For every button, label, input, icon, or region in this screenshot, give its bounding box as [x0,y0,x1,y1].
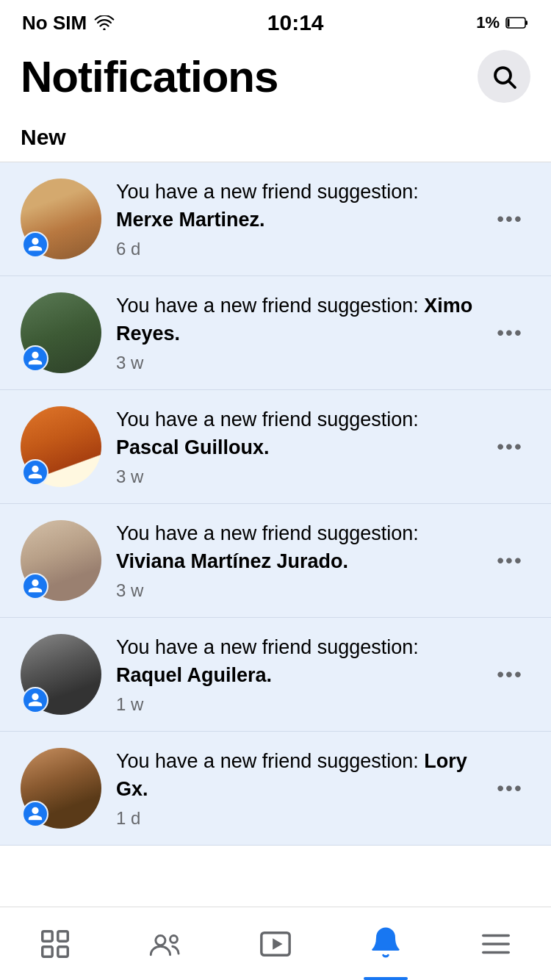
svg-rect-9 [58,946,68,956]
nav-item-feed[interactable] [0,907,110,980]
notification-text: You have a new friend suggestion: Vivian… [116,520,475,576]
friend-badge-icon [22,459,48,486]
list-item[interactable]: You have a new friend suggestion: Merxe … [0,162,551,276]
feed-icon [38,927,72,961]
notification-name: Pascal Guilloux. [116,436,270,458]
notification-name: Lory Gx. [116,750,467,800]
more-options-button[interactable]: ••• [489,540,530,581]
friend-badge-icon [22,231,48,258]
notification-name: Ximo Reyes. [116,295,472,345]
notification-name: Merxe Martinez. [116,209,265,231]
svg-rect-2 [525,21,527,25]
status-bar: No SIM 10:14 1% [0,0,551,43]
status-right: 1% [476,13,529,32]
notification-name: Raquel Aguilera. [116,664,272,686]
notification-time: 1 w [116,694,475,715]
svg-line-5 [509,82,515,87]
avatar [21,634,101,715]
list-item[interactable]: You have a new friend suggestion: Raquel… [0,618,551,732]
status-time: 10:14 [267,10,324,35]
watch-icon [259,927,292,961]
avatar [21,520,101,601]
notification-content: You have a new friend suggestion: Ximo R… [116,292,475,373]
search-button[interactable] [478,50,530,103]
bottom-nav [0,907,551,980]
wifi-icon [94,15,115,30]
svg-rect-7 [58,931,68,940]
section-new-label: New [0,118,551,162]
avatar [21,292,101,373]
notification-text: You have a new friend suggestion: Lory G… [116,748,475,804]
search-icon [491,63,517,90]
notification-time: 6 d [116,239,475,259]
friend-badge-icon [22,687,48,713]
friend-badge-icon [22,573,48,599]
notification-text: You have a new friend suggestion: Raquel… [116,634,475,690]
notification-list: You have a new friend suggestion: Merxe … [0,162,551,846]
header: Notifications [0,43,551,118]
friend-badge-icon [22,345,48,372]
notification-text: You have a new friend suggestion: Ximo R… [116,292,475,348]
list-item[interactable]: You have a new friend suggestion: Lory G… [0,732,551,846]
menu-icon [479,927,513,961]
svg-point-11 [170,935,178,943]
battery-label: 1% [476,13,500,32]
notification-content: You have a new friend suggestion: Pascal… [116,406,475,487]
svg-rect-8 [43,946,52,956]
nav-item-menu[interactable] [441,907,551,980]
more-options-button[interactable]: ••• [489,654,530,695]
notification-content: You have a new friend suggestion: Raquel… [116,634,475,715]
notification-name: Viviana Martínez Jurado. [116,550,348,572]
svg-rect-3 [507,19,509,27]
friends-icon [148,927,182,961]
svg-marker-13 [273,938,282,949]
more-options-button[interactable]: ••• [489,768,530,809]
nav-active-bar [364,977,408,980]
avatar [21,748,101,829]
avatar [21,179,101,259]
avatar [21,406,101,487]
notification-time: 3 w [116,580,475,601]
list-item[interactable]: You have a new friend suggestion: Vivian… [0,504,551,618]
notification-text: You have a new friend suggestion: Pascal… [116,406,475,462]
more-options-button[interactable]: ••• [489,312,530,353]
svg-rect-6 [43,931,52,940]
more-options-button[interactable]: ••• [489,426,530,467]
svg-point-0 [103,28,105,30]
bell-icon [369,926,403,962]
list-item[interactable]: You have a new friend suggestion: Pascal… [0,390,551,504]
notification-text: You have a new friend suggestion: Merxe … [116,179,475,234]
friend-badge-icon [22,801,48,827]
nav-item-friends[interactable] [110,907,220,980]
notification-time: 3 w [116,466,475,487]
more-options-button[interactable]: ••• [489,198,530,239]
notification-time: 3 w [116,353,475,373]
notification-content: You have a new friend suggestion: Lory G… [116,748,475,829]
battery-icon [505,16,529,29]
notification-content: You have a new friend suggestion: Merxe … [116,179,475,259]
svg-point-10 [156,935,165,945]
carrier-label: No SIM [22,12,87,35]
notification-time: 1 d [116,808,475,829]
page-title: Notifications [21,51,278,102]
nav-item-watch[interactable] [220,907,331,980]
nav-item-notifications[interactable] [331,907,441,980]
status-left: No SIM [22,12,115,35]
list-item[interactable]: You have a new friend suggestion: Ximo R… [0,276,551,390]
bell-svg [369,926,403,959]
notification-content: You have a new friend suggestion: Vivian… [116,520,475,601]
